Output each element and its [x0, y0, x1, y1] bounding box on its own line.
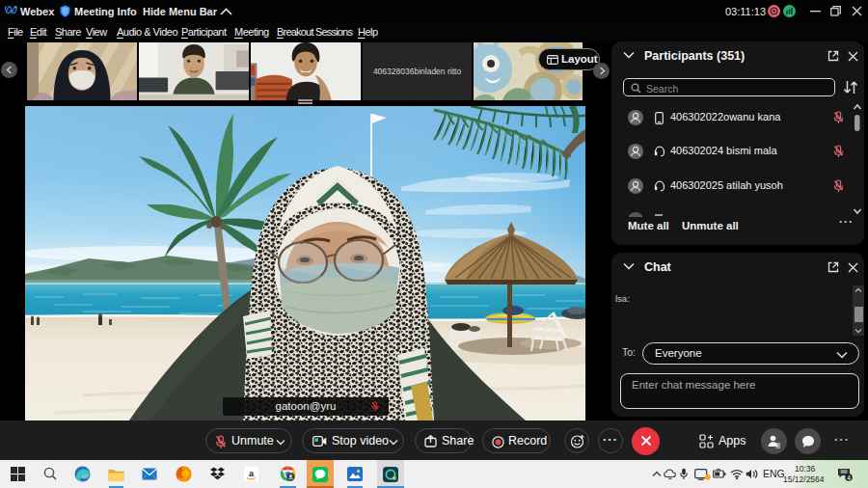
svg-text:4: 4: [847, 474, 851, 481]
